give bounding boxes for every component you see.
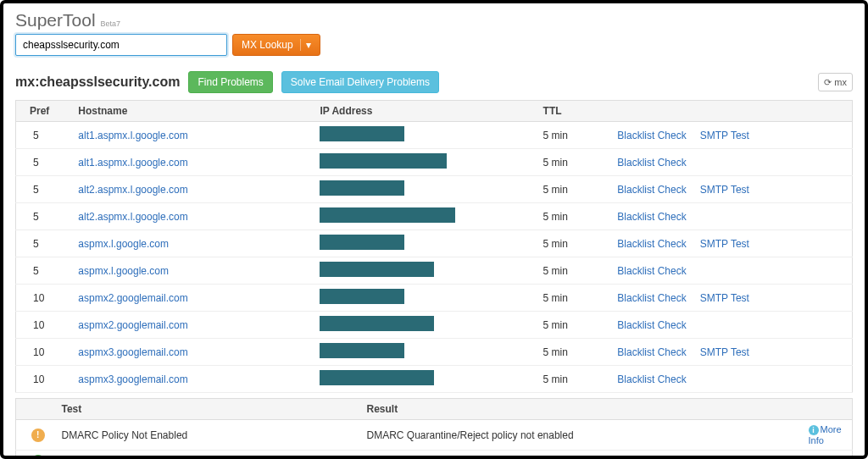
blacklist-check-link[interactable]: Blacklist Check (617, 319, 686, 331)
blacklist-check-link[interactable]: Blacklist Check (617, 157, 686, 169)
mx-lookup-button[interactable]: MX Lookup ▾ (232, 34, 320, 56)
table-row: 10aspmx3.googlemail.com5 minBlacklist Ch… (16, 339, 853, 366)
ttl-cell: 5 min (537, 149, 611, 176)
actions-cell: Blacklist CheckSMTP Test (610, 122, 852, 149)
blacklist-check-link[interactable]: Blacklist Check (617, 211, 686, 223)
blacklist-check-link[interactable]: Blacklist Check (617, 184, 686, 196)
refresh-label: mx (834, 77, 847, 87)
blacklist-check-link[interactable]: Blacklist Check (617, 238, 686, 250)
hostname-link[interactable]: aspmx2.googlemail.com (78, 319, 187, 331)
blacklist-check-link[interactable]: Blacklist Check (617, 292, 686, 304)
hostname-cell: aspmx3.googlemail.com (71, 339, 313, 366)
refresh-icon: ⟳ (824, 77, 832, 88)
smtp-test-link[interactable]: SMTP Test (700, 130, 749, 141)
page-header: SuperTool Beta7 (15, 8, 853, 34)
actions-cell: Blacklist Check (610, 312, 852, 339)
ip-cell (313, 122, 536, 149)
redacted-ip (320, 370, 434, 385)
chevron-down-icon[interactable]: ▾ (300, 39, 311, 51)
app-frame: SuperTool Beta7 MX Lookup ▾ mx:cheapssls… (0, 0, 868, 459)
status-cell: ✓ (16, 451, 55, 459)
beta-badge: Beta7 (101, 19, 121, 28)
ttl-cell: 5 min (537, 312, 611, 339)
mx-records-table: Pref Hostname IP Address TTL 5alt1.aspmx… (15, 100, 853, 393)
hostname-link[interactable]: aspmx2.googlemail.com (78, 292, 187, 304)
ttl-cell: 5 min (537, 366, 611, 393)
hostname-link[interactable]: alt2.aspmx.l.google.com (78, 184, 187, 196)
test-name-cell: DMARC Policy Not Enabled (55, 420, 360, 451)
table-row: 5alt1.aspmx.l.google.com5 minBlacklist C… (16, 122, 853, 149)
actions-cell: Blacklist Check (610, 149, 852, 176)
ttl-cell: 5 min (537, 230, 611, 257)
smtp-test-link[interactable]: SMTP Test (700, 238, 749, 250)
hostname-link[interactable]: aspmx3.googlemail.com (78, 373, 187, 385)
ip-cell (313, 339, 536, 366)
hostname-cell: alt1.aspmx.l.google.com (71, 122, 313, 149)
table-row: 5aspmx.l.google.com5 minBlacklist CheckS… (16, 230, 853, 257)
table-row: 10aspmx3.googlemail.com5 minBlacklist Ch… (16, 366, 853, 393)
redacted-ip (320, 289, 404, 304)
hostname-cell: aspmx3.googlemail.com (71, 366, 313, 393)
hostname-link[interactable]: aspmx3.googlemail.com (78, 346, 187, 358)
blacklist-check-link[interactable]: Blacklist Check (617, 130, 686, 141)
test-result-cell: DMARC Quarantine/Reject policy not enabl… (360, 420, 802, 451)
col-pref: Pref (16, 101, 72, 122)
blacklist-check-link[interactable]: Blacklist Check (617, 346, 686, 358)
redacted-ip (320, 207, 455, 223)
table-row: 10aspmx2.googlemail.com5 minBlacklist Ch… (16, 312, 853, 339)
actions-cell: Blacklist CheckSMTP Test (610, 176, 852, 203)
hostname-cell: alt2.aspmx.l.google.com (71, 176, 313, 203)
info-icon: i (809, 425, 819, 435)
result-header: mx:cheapsslsecurity.com Find Problems So… (15, 71, 853, 93)
smtp-test-link[interactable]: SMTP Test (700, 292, 749, 304)
hostname-link[interactable]: aspmx.l.google.com (78, 238, 169, 250)
table-row: 5alt1.aspmx.l.google.com5 minBlacklist C… (16, 149, 853, 176)
redacted-ip (320, 343, 404, 358)
hostname-link[interactable]: alt1.aspmx.l.google.com (78, 130, 187, 141)
actions-cell: Blacklist Check (610, 257, 852, 285)
warning-icon: ! (31, 429, 45, 442)
smtp-test-link[interactable]: SMTP Test (700, 346, 749, 358)
actions-cell: Blacklist CheckSMTP Test (610, 230, 852, 257)
smtp-test-link[interactable]: SMTP Test (700, 184, 749, 196)
more-info-cell (802, 451, 853, 459)
ip-cell (313, 149, 536, 176)
redacted-ip (320, 126, 404, 141)
table-row: 5aspmx.l.google.com5 minBlacklist Check (16, 257, 853, 285)
solve-problems-button[interactable]: Solve Email Delivery Problems (281, 71, 439, 93)
ip-cell (313, 312, 536, 339)
ttl-cell: 5 min (537, 203, 611, 230)
ttl-cell: 5 min (537, 176, 611, 203)
actions-cell: Blacklist Check (610, 203, 852, 230)
hostname-cell: alt1.aspmx.l.google.com (71, 149, 313, 176)
page-title: SuperTool (15, 10, 96, 30)
pref-cell: 10 (16, 312, 72, 339)
hostname-link[interactable]: alt2.aspmx.l.google.com (78, 211, 187, 223)
find-problems-button[interactable]: Find Problems (188, 71, 272, 93)
hostname-cell: aspmx.l.google.com (71, 257, 313, 285)
blacklist-check-link[interactable]: Blacklist Check (617, 373, 686, 385)
ttl-cell: 5 min (537, 122, 611, 149)
ip-cell (313, 257, 536, 285)
refresh-mx-button[interactable]: ⟳mx (818, 73, 853, 91)
pref-cell: 10 (16, 285, 72, 312)
domain-input[interactable] (15, 34, 227, 56)
hostname-cell: alt2.aspmx.l.google.com (71, 203, 313, 230)
pref-cell: 10 (16, 366, 72, 393)
ttl-cell: 5 min (537, 285, 611, 312)
status-cell: ! (16, 420, 55, 451)
mx-lookup-label: MX Lookup (242, 39, 293, 51)
test-name-cell: DMARC Record Published (55, 451, 360, 459)
blacklist-check-link[interactable]: Blacklist Check (617, 265, 686, 277)
search-row: MX Lookup ▾ (15, 34, 853, 56)
hostname-link[interactable]: aspmx.l.google.com (78, 265, 169, 277)
redacted-ip (320, 153, 447, 169)
col-actions (610, 101, 852, 122)
col-ip: IP Address (313, 101, 536, 122)
pref-cell: 5 (16, 257, 72, 285)
ip-cell (313, 203, 536, 230)
pref-cell: 5 (16, 176, 72, 203)
actions-cell: Blacklist CheckSMTP Test (610, 339, 852, 366)
hostname-link[interactable]: alt1.aspmx.l.google.com (78, 157, 187, 169)
tests-table: Test Result !DMARC Policy Not EnabledDMA… (15, 398, 853, 459)
